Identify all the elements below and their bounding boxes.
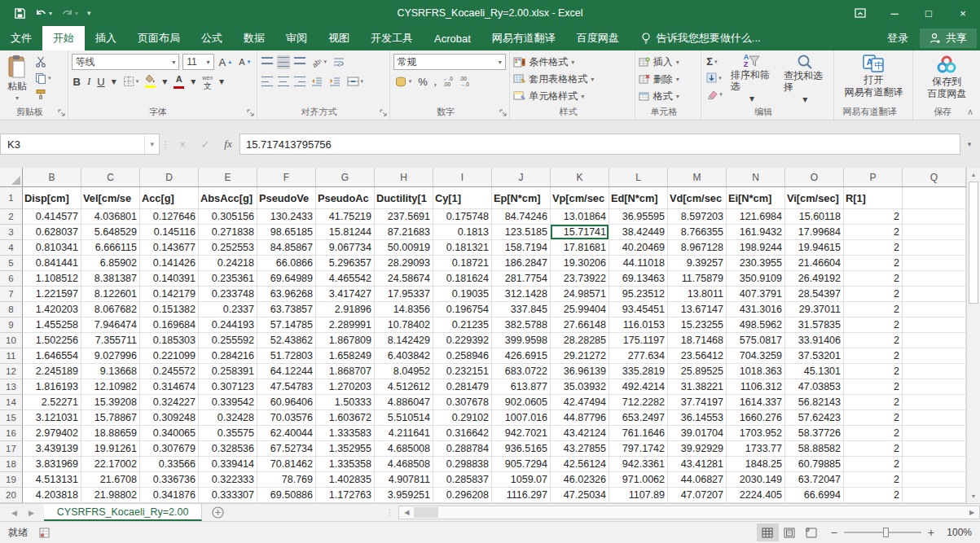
row-header-9[interactable]: 9 bbox=[0, 317, 23, 333]
cell-N5[interactable]: 230.3955 bbox=[727, 256, 785, 271]
cell-P3[interactable]: 2 bbox=[844, 225, 903, 240]
cell-M20[interactable]: 47.07207 bbox=[668, 488, 727, 503]
cell-O12[interactable]: 45.1301 bbox=[785, 364, 844, 379]
cell-D11[interactable]: 0.221099 bbox=[140, 348, 199, 364]
cell-L10[interactable]: 175.1197 bbox=[609, 333, 668, 348]
cell-L1[interactable]: Ed[N*cm] bbox=[609, 187, 668, 209]
cell-P18[interactable]: 2 bbox=[844, 457, 903, 472]
cell-Q19[interactable] bbox=[903, 472, 966, 488]
cell-Q6[interactable] bbox=[903, 271, 966, 287]
clear-button[interactable]: ▾ bbox=[705, 87, 724, 101]
cell-F18[interactable]: 70.81462 bbox=[257, 457, 316, 472]
cell-K12[interactable]: 36.96139 bbox=[551, 364, 609, 379]
cell-P2[interactable]: 2 bbox=[844, 209, 903, 225]
column-header-Q[interactable]: Q bbox=[903, 168, 966, 186]
cell-I8[interactable]: 0.196754 bbox=[433, 302, 492, 317]
row-header-5[interactable]: 5 bbox=[0, 256, 23, 271]
cell-G18[interactable]: 1.335358 bbox=[316, 457, 375, 472]
cell-P1[interactable]: R[1] bbox=[844, 187, 903, 209]
row-header-6[interactable]: 6 bbox=[0, 271, 23, 287]
decrease-indent-button[interactable] bbox=[310, 75, 324, 89]
decrease-decimal-button[interactable]: .00→.0 bbox=[458, 75, 471, 89]
select-all-corner[interactable] bbox=[0, 168, 23, 186]
cell-L18[interactable]: 942.3361 bbox=[609, 457, 668, 472]
cell-D1[interactable]: Acc[g] bbox=[140, 187, 199, 209]
phonetic-dropdown-icon[interactable]: ▾ bbox=[218, 75, 226, 89]
cell-N1[interactable]: Ei[N*cm] bbox=[727, 187, 785, 209]
cell-D18[interactable]: 0.33566 bbox=[140, 457, 199, 472]
cell-P4[interactable]: 2 bbox=[844, 240, 903, 256]
cell-D4[interactable]: 0.143677 bbox=[140, 240, 199, 256]
cell-H19[interactable]: 4.907811 bbox=[375, 472, 433, 488]
cell-K2[interactable]: 13.01864 bbox=[551, 209, 609, 225]
cell-D20[interactable]: 0.341876 bbox=[140, 488, 199, 503]
cell-F2[interactable]: 130.2433 bbox=[257, 209, 316, 225]
cell-G4[interactable]: 9.067734 bbox=[316, 240, 375, 256]
cell-I2[interactable]: 0.175748 bbox=[433, 209, 492, 225]
cell-J12[interactable]: 683.0722 bbox=[492, 364, 551, 379]
row-header-10[interactable]: 10 bbox=[0, 333, 23, 348]
ribbon-tab-12[interactable]: 百度网盘 bbox=[566, 26, 630, 50]
cell-P8[interactable]: 2 bbox=[844, 302, 903, 317]
cell-Q17[interactable] bbox=[903, 441, 966, 457]
cell-N3[interactable]: 161.9432 bbox=[727, 225, 785, 240]
cell-L4[interactable]: 40.20469 bbox=[609, 240, 668, 256]
cell-M16[interactable]: 39.01704 bbox=[668, 426, 727, 441]
cell-K4[interactable]: 17.81681 bbox=[551, 240, 609, 256]
cell-D3[interactable]: 0.145116 bbox=[140, 225, 199, 240]
cell-O4[interactable]: 19.94615 bbox=[785, 240, 844, 256]
cell-D14[interactable]: 0.324227 bbox=[140, 395, 199, 410]
copy-button[interactable]: ▾ bbox=[33, 71, 53, 85]
cell-E14[interactable]: 0.339542 bbox=[199, 395, 257, 410]
cell-H3[interactable]: 87.21683 bbox=[375, 225, 433, 240]
cell-L7[interactable]: 95.23512 bbox=[609, 287, 668, 302]
cell-B7[interactable]: 1.221597 bbox=[23, 287, 81, 302]
column-header-O[interactable]: O bbox=[785, 168, 844, 186]
column-header-D[interactable]: D bbox=[140, 168, 199, 186]
align-top-button[interactable] bbox=[261, 55, 274, 69]
accounting-format-button[interactable]: ▾ bbox=[393, 75, 414, 89]
cell-J5[interactable]: 186.2847 bbox=[492, 256, 551, 271]
cell-D12[interactable]: 0.245572 bbox=[140, 364, 199, 379]
cell-M15[interactable]: 36.14553 bbox=[668, 410, 727, 426]
cell-J18[interactable]: 905.7294 bbox=[492, 457, 551, 472]
scroll-up-icon[interactable]: ▲ bbox=[967, 168, 980, 182]
cell-M12[interactable]: 25.89525 bbox=[668, 364, 727, 379]
cell-F7[interactable]: 63.96268 bbox=[257, 287, 316, 302]
cell-C6[interactable]: 8.381387 bbox=[81, 271, 140, 287]
cell-E2[interactable]: 0.305156 bbox=[199, 209, 257, 225]
column-header-F[interactable]: F bbox=[257, 168, 316, 186]
zoom-slider-thumb[interactable] bbox=[883, 528, 889, 537]
cell-D8[interactable]: 0.151382 bbox=[140, 302, 199, 317]
cell-B14[interactable]: 2.52271 bbox=[23, 395, 81, 410]
column-header-J[interactable]: J bbox=[492, 168, 551, 186]
cell-O9[interactable]: 31.57835 bbox=[785, 317, 844, 333]
format-cells-button[interactable]: 格式▾ bbox=[639, 88, 698, 104]
column-header-M[interactable]: M bbox=[668, 168, 727, 186]
cell-C13[interactable]: 12.10982 bbox=[81, 379, 140, 395]
cell-F8[interactable]: 63.73857 bbox=[257, 302, 316, 317]
cell-F3[interactable]: 98.65185 bbox=[257, 225, 316, 240]
cell-F15[interactable]: 70.03576 bbox=[257, 410, 316, 426]
cell-L16[interactable]: 761.1646 bbox=[609, 426, 668, 441]
cell-M18[interactable]: 43.41281 bbox=[668, 457, 727, 472]
cell-Q3[interactable] bbox=[903, 225, 966, 240]
cell-K7[interactable]: 24.98571 bbox=[551, 287, 609, 302]
cell-P20[interactable]: 2 bbox=[844, 488, 903, 503]
row-header-13[interactable]: 13 bbox=[0, 379, 23, 395]
cell-I9[interactable]: 0.21235 bbox=[433, 317, 492, 333]
cell-I15[interactable]: 0.29102 bbox=[433, 410, 492, 426]
cell-N6[interactable]: 350.9109 bbox=[727, 271, 785, 287]
cell-O10[interactable]: 33.91406 bbox=[785, 333, 844, 348]
ribbon-tab-3[interactable]: 插入 bbox=[85, 26, 127, 50]
cell-M6[interactable]: 11.75879 bbox=[668, 271, 727, 287]
cell-N12[interactable]: 1018.363 bbox=[727, 364, 785, 379]
cell-M8[interactable]: 13.67147 bbox=[668, 302, 727, 317]
close-button[interactable]: × bbox=[946, 0, 980, 26]
column-header-L[interactable]: L bbox=[609, 168, 668, 186]
cell-P13[interactable]: 2 bbox=[844, 379, 903, 395]
cell-K10[interactable]: 28.28285 bbox=[551, 333, 609, 348]
cell-C16[interactable]: 18.88659 bbox=[81, 426, 140, 441]
confirm-entry-button[interactable]: ✓ bbox=[194, 134, 217, 155]
cell-L12[interactable]: 335.2819 bbox=[609, 364, 668, 379]
